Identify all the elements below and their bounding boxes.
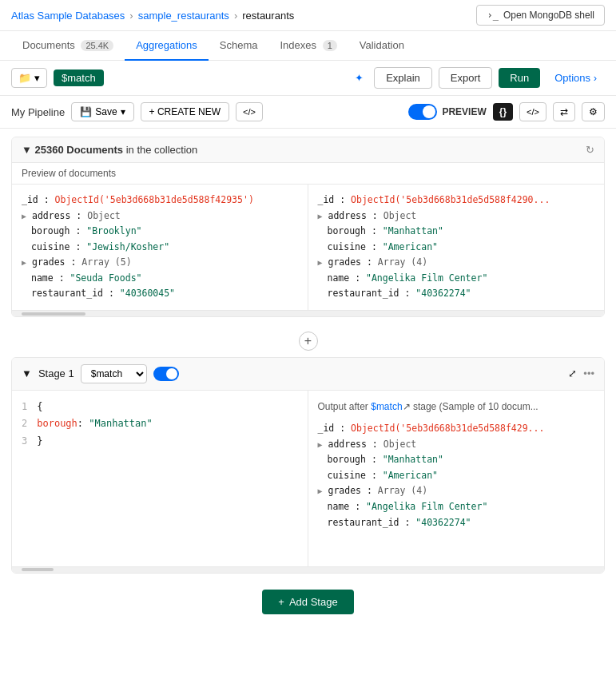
options-button[interactable]: Options ›: [546, 68, 605, 88]
add-stage-label: Add Stage: [289, 596, 338, 608]
refresh-icon[interactable]: ↻: [586, 144, 594, 156]
toggle-control[interactable]: [408, 104, 437, 120]
tab-aggregations[interactable]: Aggregations: [125, 31, 209, 61]
external-link-icon: ↗: [403, 401, 411, 412]
doc-card-1: _id : ObjectId('5eb3d668b31de5d588f42935…: [12, 185, 308, 310]
stage-select[interactable]: $match $group $project $sort $limit $loo…: [81, 364, 147, 383]
stage-output: Output after $match↗ stage (Sample of 10…: [308, 391, 605, 566]
stage-number-label: Stage 1: [38, 367, 74, 379]
stage-editor[interactable]: 1{ 2borough: "Manhattan" 3}: [12, 391, 308, 566]
doc2-oid: ObjectId('5eb3d668b31de5d588f4290...: [351, 194, 550, 205]
create-new-button[interactable]: + CREATE NEW: [141, 102, 229, 121]
folder-button[interactable]: 📁 ▾: [11, 68, 47, 88]
tab-documents[interactable]: Documents 25.4K: [11, 31, 125, 61]
double-arrow-button[interactable]: ⇄: [553, 102, 575, 121]
tab-indexes-label: Indexes: [280, 39, 316, 51]
stage-collapse-icon[interactable]: ▼: [22, 367, 32, 379]
pipeline-label: My Pipeline: [11, 106, 65, 118]
doc2-rid-row: restaurant_id : "40362274": [318, 286, 595, 302]
bottom-add-stage: + Add Stage: [0, 574, 616, 630]
tab-documents-badge: 25.4K: [81, 40, 113, 51]
arrow-button[interactable]: </>: [519, 102, 546, 121]
gear-icon: ⚙: [589, 106, 598, 117]
chevron-down-icon: ▾: [121, 106, 125, 117]
collapse-icon[interactable]: ▼: [22, 144, 32, 156]
stage-scrollbar[interactable]: [12, 566, 604, 573]
tab-schema[interactable]: Schema: [209, 31, 269, 61]
doc2-borough-row: borough : "Manhattan": [318, 224, 595, 240]
pipeline-row: My Pipeline 💾 Save ▾ + CREATE NEW </> PR…: [0, 96, 616, 129]
doc2-grades-row: ▶ grades : Array (4): [318, 255, 595, 271]
tab-documents-label: Documents: [22, 39, 75, 51]
tab-validation[interactable]: Validation: [348, 31, 415, 61]
toolbar: 📁 ▾ $match ✦ Explain Export Run Options …: [0, 61, 616, 96]
preview-label: PREVIEW: [442, 106, 486, 117]
preview-toggle[interactable]: PREVIEW: [408, 104, 486, 120]
output-doc-cuisine: cuisine : "American": [318, 468, 595, 484]
explain-button[interactable]: Explain: [374, 67, 432, 89]
options-label: Options: [554, 72, 590, 84]
expand-icon[interactable]: ⤢: [568, 367, 577, 379]
gear-button[interactable]: ⚙: [582, 102, 605, 121]
tab-indexes[interactable]: Indexes 1: [268, 31, 348, 61]
editor-line-2: 2borough: "Manhattan": [22, 415, 298, 433]
double-arrow-icon: ⇄: [560, 106, 568, 117]
breadcrumb-collection: restaurants: [242, 10, 294, 22]
output-match-link[interactable]: $match: [371, 401, 402, 412]
tab-schema-label: Schema: [220, 39, 258, 51]
output-title-prefix: Output after: [318, 401, 372, 412]
breadcrumb-db[interactable]: sample_restaurants: [138, 10, 229, 22]
output-doc-borough: borough : "Manhattan": [318, 452, 595, 468]
output-doc-id: _id : ObjectId('5eb3d668b31de5d588f429..…: [318, 421, 595, 437]
tab-aggregations-label: Aggregations: [136, 39, 197, 51]
save-icon: 💾: [80, 106, 92, 117]
add-stage-circle-button[interactable]: +: [299, 332, 318, 351]
add-stage-button[interactable]: + Add Stage: [262, 590, 353, 614]
dropdown-icon: ▾: [34, 72, 40, 84]
doc1-address-row: ▶ address : Object: [22, 208, 298, 224]
docs-header: ▼ 25360 Documents in the collection ↻: [12, 137, 604, 163]
plus-icon: +: [278, 596, 284, 608]
doc-count: 25360: [35, 144, 64, 156]
editor-line-3: 3}: [22, 433, 298, 451]
docs-subheader: Preview of documents: [12, 163, 604, 185]
doc-collection-suffix: in the collection: [126, 144, 198, 156]
stage-header: ▼ Stage 1 $match $group $project $sort $…: [12, 358, 604, 391]
doc1-cuisine-row: cuisine : "Jewish/Kosher": [22, 240, 298, 256]
docs-scrollbar[interactable]: [12, 310, 604, 316]
open-shell-button[interactable]: ›_ Open MongoDB shell: [476, 5, 605, 26]
sparkle-icon[interactable]: ✦: [351, 68, 368, 88]
run-button[interactable]: Run: [499, 68, 540, 88]
pipeline-left: My Pipeline 💾 Save ▾ + CREATE NEW </>: [11, 102, 263, 121]
breadcrumb-sep-1: ›: [129, 10, 133, 22]
doc2-id-row: _id : ObjectId('5eb3d668b31de5d588f4290.…: [318, 193, 595, 208]
stage-scrollbar-thumb: [22, 568, 54, 571]
code-icon: </>: [243, 107, 256, 117]
save-label: Save: [95, 106, 117, 117]
doc2-address-row: ▶ address : Object: [318, 208, 595, 224]
export-button[interactable]: Export: [439, 67, 493, 89]
output-title-suffix: stage (Sample of 10 docum...: [411, 401, 539, 412]
output-doc-grades: ▶ grades : Array (4): [318, 483, 595, 499]
nav-tabs: Documents 25.4K Aggregations Schema Inde…: [0, 31, 616, 61]
doc-count-label2: Documents: [66, 144, 123, 156]
stage-content: 1{ 2borough: "Manhattan" 3} Output after…: [12, 391, 604, 566]
doc1-oid: ObjectId('5eb3d668b31de5d588f42935'): [55, 194, 254, 205]
pipeline-right: PREVIEW {} </> ⇄ ⚙: [408, 102, 605, 121]
doc1-rid-row: restaurant_id : "40360045": [22, 286, 298, 302]
doc1-name-row: name : "Seuda Foods": [22, 271, 298, 287]
more-icon[interactable]: •••: [583, 367, 594, 379]
braces-button[interactable]: {}: [493, 103, 513, 121]
save-button[interactable]: 💾 Save ▾: [71, 102, 133, 121]
preview-of-docs-label: Preview of documents: [22, 168, 116, 179]
code-button[interactable]: </>: [236, 102, 263, 121]
breadcrumb-atlas[interactable]: Atlas Sample Databases: [11, 10, 125, 22]
doc1-grades-row: ▶ grades : Array (5): [22, 255, 298, 271]
editor-line-1: 1{: [22, 399, 298, 416]
add-stage-row: +: [0, 325, 616, 357]
stage-toggle[interactable]: [153, 367, 179, 381]
tab-indexes-badge: 1: [323, 40, 337, 51]
doc-card-2: _id : ObjectId('5eb3d668b31de5d588f4290.…: [308, 185, 605, 310]
output-title: Output after $match↗ stage (Sample of 10…: [318, 399, 595, 415]
docs-title: ▼ 25360 Documents in the collection: [22, 144, 197, 156]
